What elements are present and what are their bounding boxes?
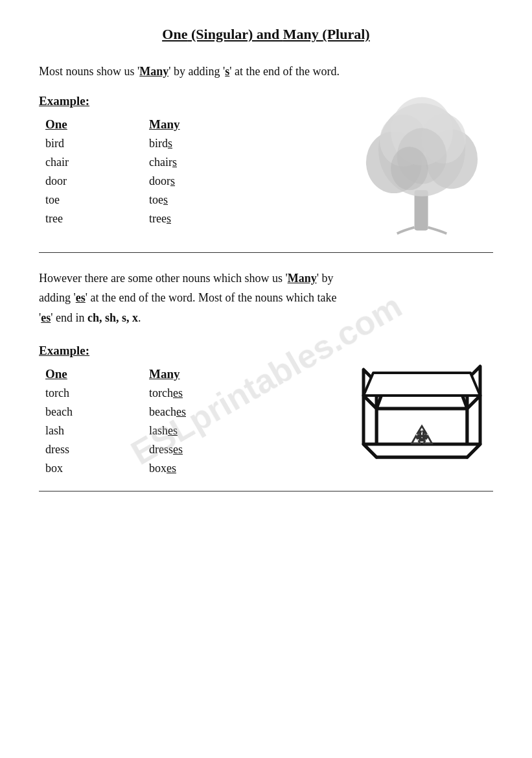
section1-col-many-header: Many xyxy=(149,117,266,132)
word-one: torch xyxy=(45,386,149,400)
page-title: One (Singular) and Many (Plural) xyxy=(39,26,493,43)
plural-suffix: s xyxy=(168,137,172,150)
word-many: dresses xyxy=(149,443,266,456)
word-many: lashes xyxy=(149,424,266,438)
section1-container: Example: One Many bird birds chair chair… xyxy=(39,94,493,237)
word-many: birds xyxy=(149,137,266,150)
word-many: toes xyxy=(149,193,266,207)
svg-marker-17 xyxy=(364,373,480,396)
title-many: Many xyxy=(283,26,319,42)
plural-suffix: es xyxy=(167,462,176,475)
tree-icon xyxy=(357,94,487,237)
plural-suffix: es xyxy=(176,405,186,418)
plural-suffix: es xyxy=(173,443,183,456)
word-one: chair xyxy=(45,156,149,169)
table-row: dress dresses xyxy=(45,443,338,456)
section3-col-many-header: Many xyxy=(149,367,266,381)
section1-word-table: One Many bird birds chair chairs door do… xyxy=(45,117,338,226)
section-divider-1 xyxy=(39,252,493,253)
word-one: toe xyxy=(45,193,149,207)
plural-suffix: es xyxy=(173,386,183,399)
word-one: tree xyxy=(45,212,149,226)
plural-suffix: es xyxy=(168,424,178,437)
plural-suffix: s xyxy=(172,156,177,169)
section3-word-table: One Many torch torches beach beaches las… xyxy=(45,367,338,475)
svg-point-8 xyxy=(391,147,428,190)
table-row: toe toes xyxy=(45,193,338,207)
table-row: lash lashes xyxy=(45,424,338,438)
section3-header-row: One Many xyxy=(45,367,338,381)
section2-many: Many xyxy=(288,272,317,285)
plural-suffix: s xyxy=(170,174,175,187)
table-row: chair chairs xyxy=(45,156,338,169)
table-row: tree trees xyxy=(45,212,338,226)
word-one: bird xyxy=(45,137,149,150)
word-many: chairs xyxy=(149,156,266,169)
section2-es1: es xyxy=(76,291,86,304)
tree-image-container xyxy=(351,94,493,237)
intro-many: Many xyxy=(139,65,168,78)
word-one: door xyxy=(45,174,149,188)
section3-col-one-header: One xyxy=(45,367,149,381)
table-row: door doors xyxy=(45,174,338,188)
word-many: beaches xyxy=(149,405,266,419)
word-one: dress xyxy=(45,443,149,456)
title-one: One xyxy=(162,26,187,42)
table-row: torch torches xyxy=(45,386,338,400)
svg-text:♻: ♻ xyxy=(415,427,429,444)
word-many: doors xyxy=(149,174,266,188)
section3-content: Example: One Many torch torches beach be… xyxy=(39,344,338,475)
word-many: boxes xyxy=(149,462,266,475)
section1-col-one-header: One xyxy=(45,117,149,132)
intro-s: s xyxy=(225,65,229,78)
title-singular: (Singular) and xyxy=(191,26,283,42)
box-icon: ♻ xyxy=(357,344,487,473)
word-one: beach xyxy=(45,405,149,419)
intro-paragraph: Most nouns show us 'Many' by adding 's' … xyxy=(39,62,493,81)
section2-endings: ch, sh, s, x xyxy=(87,311,138,324)
word-one: box xyxy=(45,462,149,475)
plural-suffix: s xyxy=(167,212,171,225)
section1-content: Example: One Many bird birds chair chair… xyxy=(39,94,338,226)
word-many: trees xyxy=(149,212,266,226)
section1-example-label: Example: xyxy=(39,94,338,108)
section2-es2: es xyxy=(41,311,51,324)
plural-suffix: s xyxy=(163,193,168,206)
table-row: bird birds xyxy=(45,137,338,150)
word-many: torches xyxy=(149,386,266,400)
section2-paragraph: However there are some other nouns which… xyxy=(39,268,493,328)
section3-example-label: Example: xyxy=(39,344,338,358)
table-row: beach beaches xyxy=(45,405,338,419)
svg-marker-12 xyxy=(364,444,480,457)
word-one: lash xyxy=(45,424,149,438)
section1-header-row: One Many xyxy=(45,117,338,132)
table-row: box boxes xyxy=(45,462,338,475)
section-divider-2 xyxy=(39,491,493,492)
section3-container: Example: One Many torch torches beach be… xyxy=(39,344,493,475)
box-image-container: ♻ xyxy=(351,344,493,473)
title-plural: (Plural) xyxy=(322,26,369,42)
